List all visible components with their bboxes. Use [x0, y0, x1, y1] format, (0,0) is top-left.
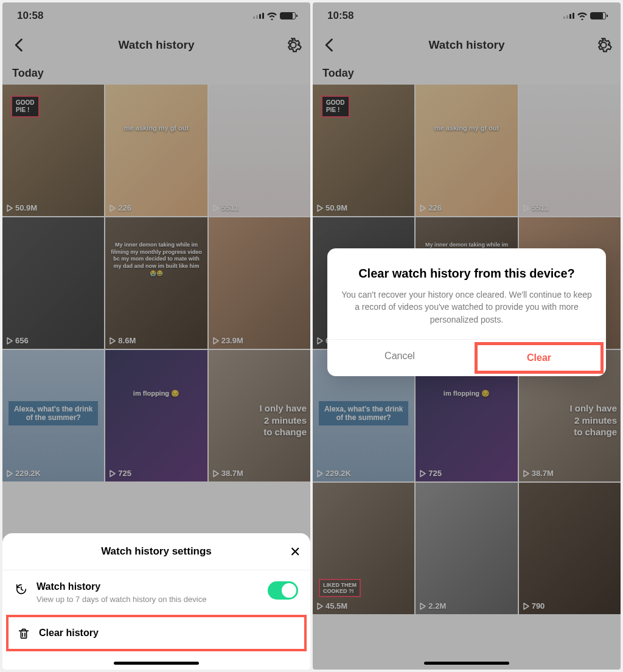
- video-tile[interactable]: My inner demon taking while im filming m…: [105, 217, 207, 349]
- play-icon: [6, 470, 13, 477]
- tile-caption: im flopping 😔: [426, 390, 507, 397]
- nav-bar: Watch history: [2, 29, 310, 61]
- play-icon: [419, 603, 426, 610]
- play-icon: [316, 470, 324, 477]
- dialog-body-text: You can't recover your history once clea…: [341, 289, 593, 326]
- play-icon: [212, 470, 220, 477]
- history-icon: [15, 583, 28, 596]
- video-tile[interactable]: im flopping 😔725: [105, 350, 207, 481]
- view-count: 790: [523, 601, 545, 611]
- back-icon[interactable]: [11, 37, 28, 54]
- play-icon: [212, 205, 220, 212]
- tile-caption: I only have 2 minutes to change: [569, 402, 617, 438]
- play-icon: [316, 337, 324, 345]
- play-icon: [419, 470, 426, 477]
- clear-button-highlight: Clear: [475, 342, 604, 374]
- status-time: 10:58: [17, 10, 43, 22]
- video-tile[interactable]: GOOD PIE !50.9M: [2, 85, 104, 216]
- play-icon: [109, 205, 116, 212]
- clear-button[interactable]: Clear: [478, 345, 600, 371]
- status-icons: [253, 12, 296, 20]
- section-today: Today: [2, 61, 310, 85]
- view-count: 5511: [212, 203, 239, 212]
- gear-icon[interactable]: [595, 37, 612, 54]
- view-count: 45.5M: [316, 601, 347, 611]
- view-count: 226: [419, 203, 442, 212]
- play-icon: [316, 603, 324, 610]
- phone-right: 10:58 Watch history Today GOOD PIE !50.9…: [313, 2, 621, 670]
- home-indicator[interactable]: [114, 662, 199, 665]
- confirm-dialog: Clear watch history from this device? Yo…: [327, 248, 606, 376]
- video-tile[interactable]: 23.9M: [209, 217, 310, 349]
- wifi-icon: [577, 12, 588, 20]
- video-tile[interactable]: 5511: [519, 85, 621, 216]
- view-count: 2.2M: [419, 601, 446, 611]
- nav-bar: Watch history: [313, 29, 621, 61]
- view-count: 38.7M: [523, 469, 554, 478]
- dialog-title: Clear watch history from this device?: [341, 265, 593, 281]
- trash-icon: [17, 627, 30, 640]
- view-count: 226: [109, 203, 131, 212]
- page-title: Watch history: [119, 38, 195, 52]
- play-icon: [109, 470, 116, 477]
- view-count: 725: [109, 469, 131, 478]
- video-grid: GOOD PIE !50.9Mme asking my gf out226551…: [2, 85, 310, 481]
- battery-icon: [280, 12, 296, 19]
- tile-caption: Alexa, what's the drink of the summer?: [319, 401, 408, 425]
- video-tile[interactable]: GOOD PIE !50.9M: [313, 85, 414, 216]
- tile-caption: I only have 2 minutes to change: [259, 402, 307, 438]
- tile-caption: me asking my gf out: [426, 124, 507, 131]
- battery-icon: [590, 12, 606, 19]
- settings-bottom-sheet: Watch history settings ✕ Watch history V…: [2, 533, 310, 670]
- home-indicator[interactable]: [424, 662, 509, 665]
- video-tile[interactable]: 790: [519, 483, 621, 614]
- gear-icon[interactable]: [285, 37, 302, 54]
- view-count: 229.2K: [6, 469, 41, 478]
- cancel-button[interactable]: Cancel: [327, 340, 472, 376]
- clear-history-label: Clear history: [39, 628, 99, 639]
- row-title: Watch history: [37, 581, 259, 592]
- page-title: Watch history: [429, 38, 505, 52]
- video-tile[interactable]: 656: [2, 217, 104, 349]
- close-icon[interactable]: ✕: [290, 544, 301, 560]
- view-count: 38.7M: [212, 469, 243, 478]
- play-icon: [212, 337, 220, 345]
- tile-caption: Alexa, what's the drink of the summer?: [9, 401, 98, 425]
- sheet-title: Watch history settings: [101, 545, 212, 557]
- play-icon: [6, 205, 13, 212]
- status-icons: [563, 12, 606, 20]
- video-tile[interactable]: 5511: [209, 85, 310, 216]
- video-tile[interactable]: Alexa, what's the drink of the summer?22…: [2, 350, 104, 481]
- tile-caption: me asking my gf out: [116, 124, 197, 131]
- play-icon: [523, 205, 530, 212]
- cellular-icon: [253, 13, 264, 19]
- row-subtitle: View up to 7 days of watch history on th…: [37, 595, 259, 604]
- status-time: 10:58: [327, 10, 353, 22]
- view-count: 5511: [523, 203, 549, 212]
- back-icon[interactable]: [321, 37, 338, 54]
- play-icon: [316, 205, 324, 212]
- view-count: 23.9M: [212, 336, 243, 345]
- video-tile[interactable]: I only have 2 minutes to change38.7M: [209, 350, 310, 481]
- view-count: 725: [419, 469, 442, 478]
- play-icon: [523, 470, 530, 477]
- tile-badge: LIKED THEM COOKED ?!: [319, 579, 361, 597]
- view-count: 8.6M: [109, 336, 136, 345]
- view-count: 50.9M: [6, 203, 37, 212]
- tile-badge: GOOD PIE !: [11, 96, 40, 117]
- clear-history-row[interactable]: Clear history: [6, 615, 307, 651]
- watch-history-toggle[interactable]: [268, 581, 298, 600]
- video-tile[interactable]: LIKED THEM COOKED ?!45.5M: [313, 483, 414, 614]
- phone-left: 10:58 Watch history Today GOOD PIE !50.9…: [2, 2, 310, 670]
- tile-badge: GOOD PIE !: [321, 96, 350, 117]
- play-icon: [523, 603, 530, 610]
- video-tile[interactable]: me asking my gf out226: [416, 85, 517, 216]
- video-tile[interactable]: me asking my gf out226: [105, 85, 207, 216]
- play-icon: [109, 337, 116, 345]
- video-tile[interactable]: 2.2M: [416, 483, 517, 614]
- view-count: 656: [6, 336, 29, 345]
- wifi-icon: [266, 12, 277, 20]
- cellular-icon: [563, 13, 574, 19]
- play-icon: [419, 205, 426, 212]
- view-count: 229.2K: [316, 469, 351, 478]
